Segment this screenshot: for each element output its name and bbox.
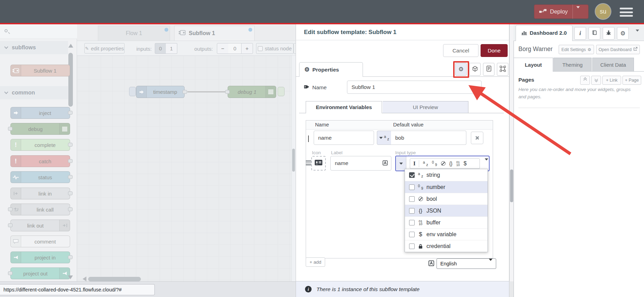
caret-down-icon: [379, 137, 383, 139]
deploy-caret-icon[interactable]: [576, 8, 580, 15]
translate-icon[interactable]: [382, 160, 388, 167]
env-variable-type-icon: $: [415, 231, 426, 238]
bar-chart-icon: [522, 30, 527, 36]
type-option-string[interactable]: az string: [405, 169, 488, 181]
pages-section-title: Pages: [518, 77, 534, 83]
pages-help-text: Here you can re-order and move your widg…: [518, 86, 638, 101]
tab-dashboard-2[interactable]: Dashboard 2.0: [516, 25, 573, 41]
expand-all-button[interactable]: [591, 76, 601, 85]
tab-client-data[interactable]: Client Data: [592, 58, 634, 72]
checkbox-icon[interactable]: [409, 184, 415, 190]
info-icon: i: [305, 286, 312, 292]
add-page-button[interactable]: + Page: [622, 76, 641, 85]
info-icon: i: [579, 30, 581, 37]
input-type-column-label: Input type: [395, 150, 416, 155]
checkbox-icon[interactable]: [409, 220, 415, 225]
type-option-buffer[interactable]: 0110 buffer: [405, 216, 488, 228]
properties-tab-patch: [299, 76, 363, 77]
done-button[interactable]: Done: [481, 44, 508, 57]
description-button[interactable]: [483, 63, 494, 76]
dialog-title: Edit subflow template: Subflow 1: [304, 24, 396, 40]
checkbox-icon[interactable]: [409, 232, 415, 237]
group-select-icon: [500, 66, 506, 73]
type-option-credential[interactable]: credential: [405, 240, 488, 252]
type-dropdown-menu: az string 09 number bool {} JSON 0110 bu…: [405, 169, 488, 252]
button-label: Open Dashboard: [599, 47, 632, 52]
edit-settings-button[interactable]: Edit Settings ⚙: [559, 45, 594, 54]
info-sidebar-button[interactable]: i: [574, 27, 586, 40]
tab-layout[interactable]: Layout: [514, 58, 553, 72]
tab-label: Theming: [562, 62, 583, 68]
tag-icon: [304, 84, 310, 91]
open-dashboard-button[interactable]: Open Dashboard: [596, 45, 640, 54]
type-option-bool[interactable]: bool: [405, 193, 488, 205]
type-option-json[interactable]: {} JSON: [405, 205, 488, 216]
instance-count-note: There is 1 instance of this subflow temp…: [316, 286, 420, 292]
translate-icon: [428, 260, 434, 268]
main-menu-icon[interactable]: [620, 8, 633, 17]
gear-icon: ⚙: [587, 48, 591, 52]
dialog-title-divider: [296, 40, 509, 40]
option-label: number: [426, 184, 445, 190]
sidebar-expand-caret-icon[interactable]: [636, 32, 639, 38]
tab-ui-preview[interactable]: UI Preview: [383, 101, 468, 113]
module-properties-button[interactable]: [469, 63, 481, 76]
env-variable-type-icon: $: [464, 160, 467, 167]
drag-handle-icon[interactable]: [306, 160, 311, 166]
add-link-button[interactable]: + Link: [602, 76, 621, 85]
column-name-header: Name: [315, 122, 329, 127]
checkbox-icon[interactable]: [409, 172, 415, 178]
dialog-scrollbar-track[interactable]: [509, 24, 514, 281]
button-label: Cancel: [452, 48, 469, 54]
external-link-icon: [633, 47, 637, 52]
checkbox-icon[interactable]: [409, 196, 415, 202]
language-select[interactable]: English: [437, 258, 496, 269]
tab-label: UI Preview: [413, 104, 438, 110]
subflow-properties-gear-button[interactable]: ⚙: [455, 63, 467, 76]
tab-environment-variables[interactable]: Environment Variables: [306, 101, 382, 113]
brand-accent-line: [0, 23, 644, 24]
option-label: credential: [426, 243, 450, 249]
debug-sidebar-button[interactable]: [603, 27, 615, 40]
add-env-row-button[interactable]: + add: [306, 257, 325, 267]
type-dropdown-button[interactable]: [396, 156, 406, 171]
option-label: JSON: [426, 208, 441, 214]
appearance-button[interactable]: [497, 63, 508, 76]
remove-env-row-button[interactable]: [471, 132, 483, 144]
deploy-divider: [573, 5, 573, 19]
number-type-icon: 09: [432, 161, 437, 166]
env-icon-picker-button[interactable]: [311, 156, 326, 171]
json-type-icon: {}: [415, 208, 426, 214]
default-value-type-button[interactable]: az: [377, 131, 391, 145]
env-name-input[interactable]: [314, 131, 374, 145]
option-label: string: [426, 172, 440, 178]
dashboard-tab-patch: [516, 40, 572, 41]
tab-theming[interactable]: Theming: [553, 58, 592, 72]
settings-sidebar-button[interactable]: ⚙: [617, 27, 629, 40]
deploy-button[interactable]: Deploy: [534, 5, 588, 19]
close-icon: [475, 136, 479, 140]
help-sidebar-button[interactable]: [588, 27, 600, 40]
gear-icon: ⚙: [304, 67, 310, 73]
pages-divider: [518, 108, 640, 108]
collapse-all-button[interactable]: [580, 76, 590, 85]
text-cursor-icon: I: [413, 160, 419, 167]
user-avatar[interactable]: su: [595, 4, 611, 19]
caret-down-icon[interactable]: [485, 160, 488, 167]
name-field-label: Name: [304, 84, 327, 91]
caret-down-icon: [489, 261, 492, 266]
tab-properties[interactable]: ⚙ Properties: [299, 62, 363, 77]
json-type-icon: {}: [449, 161, 452, 166]
checkbox-icon[interactable]: [409, 244, 415, 249]
checkbox-icon[interactable]: [409, 208, 415, 214]
button-label: Edit Settings: [561, 47, 586, 52]
subflow-name-input[interactable]: [347, 81, 482, 94]
env-default-value-input[interactable]: [391, 131, 466, 145]
dialog-scrollbar[interactable]: [510, 170, 513, 202]
type-option-env-variable[interactable]: $ env variable: [405, 228, 488, 240]
collapse-row-icon[interactable]: [308, 135, 309, 142]
buffer-type-icon: 0110: [456, 161, 460, 166]
cancel-button[interactable]: Cancel: [443, 44, 478, 57]
type-option-number[interactable]: 09 number: [405, 181, 488, 193]
button-label: + Page: [625, 78, 639, 83]
